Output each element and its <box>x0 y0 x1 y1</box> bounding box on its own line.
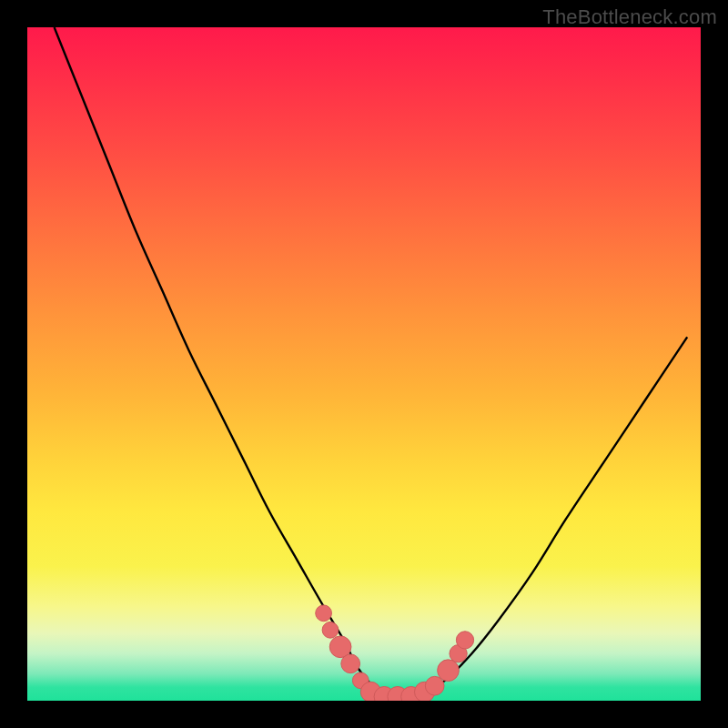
chart-plot-area <box>27 27 701 701</box>
watermark-text: TheBottleneck.com <box>542 5 717 29</box>
